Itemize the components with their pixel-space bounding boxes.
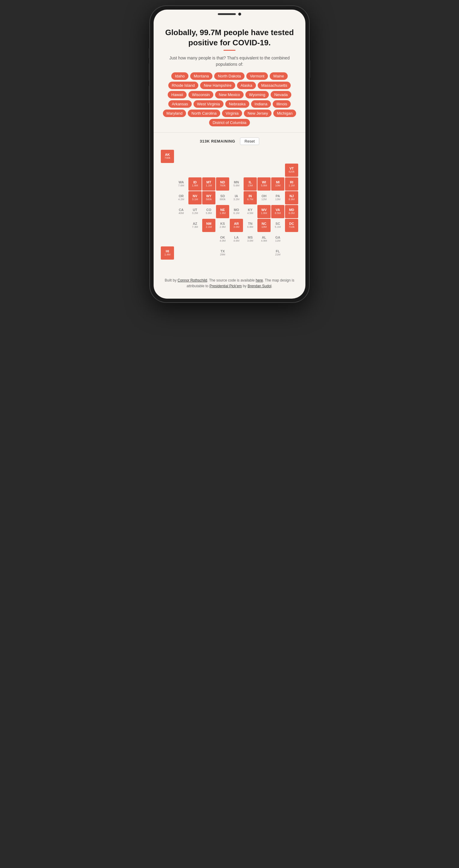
state-cell-sd[interactable]: SD880k	[216, 191, 229, 205]
source-link[interactable]: here	[256, 278, 263, 282]
state-tag[interactable]: New Hampshire	[200, 82, 235, 89]
power-button	[309, 60, 310, 78]
state-tag[interactable]: Nevada	[271, 91, 291, 98]
state-cell-or[interactable]: OR4.2M	[174, 191, 188, 205]
reset-button[interactable]: Reset	[240, 137, 259, 145]
state-cell-nd[interactable]: ND760k	[216, 177, 229, 191]
state-pop: 3.2M	[233, 198, 239, 201]
state-tag[interactable]: Maine	[270, 72, 287, 80]
state-tag[interactable]: Wisconsin	[188, 91, 213, 98]
state-tag[interactable]: Wyoming	[245, 91, 269, 98]
state-abbr: LA	[234, 236, 239, 239]
state-cell-ar[interactable]: AR3.0M	[230, 219, 243, 232]
state-abbr: IN	[249, 194, 252, 198]
state-cell-nv[interactable]: NV3.1M	[188, 191, 202, 205]
state-tag[interactable]: North Carolina	[188, 110, 220, 117]
state-cell-ga[interactable]: GA11M	[271, 232, 285, 246]
state-pop: 5.6M	[233, 184, 239, 187]
state-abbr: MS	[248, 236, 253, 239]
state-cell-ks[interactable]: KS2.9M	[216, 219, 229, 232]
state-cell-va[interactable]: VA8.5M	[271, 205, 285, 218]
state-cell-ak[interactable]: AK730k	[161, 150, 174, 163]
state-cell-al[interactable]: AL4.9M	[257, 232, 271, 246]
state-tag[interactable]: New Mexico	[215, 91, 243, 98]
state-cell-co[interactable]: CO5.8M	[202, 205, 216, 218]
state-pop: 2.9M	[220, 226, 226, 229]
state-tag[interactable]: Virginia	[222, 110, 242, 117]
footer-text-end: .	[271, 284, 272, 288]
state-cell-mn[interactable]: MN5.6M	[230, 177, 243, 191]
state-tag[interactable]: Idaho	[171, 72, 188, 80]
state-tag[interactable]: District of Columbia	[209, 119, 250, 126]
state-cell-wv[interactable]: WV1.8M	[257, 205, 271, 218]
state-cell-mt[interactable]: MT1.1M	[202, 177, 216, 191]
state-cell-la[interactable]: LA4.6M	[230, 232, 243, 246]
state-cell-il[interactable]: IL13M	[243, 177, 257, 191]
attribution-link[interactable]: Presidential Pick'em	[209, 284, 242, 288]
state-cell-sc[interactable]: SC5.1M	[271, 219, 285, 232]
state-abbr: AL	[262, 236, 266, 239]
state-cell-az[interactable]: AZ7.3M	[188, 219, 202, 232]
screen-content: Globally, 99.7M people have tested posit…	[154, 10, 305, 299]
state-tag[interactable]: Massachusetts	[258, 82, 291, 89]
section-divider	[154, 132, 305, 133]
tags-container: IdahoMontanaNorth DakotaVermontMaineRhod…	[161, 72, 298, 126]
state-tag[interactable]: Indiana	[251, 100, 271, 108]
state-cell-ut[interactable]: UT3.2M	[188, 205, 202, 218]
state-cell-mi[interactable]: MI10M	[271, 177, 285, 191]
map-container: AK730kME1.3MVT620kNH1.4MWA7.6MID1.8MMT1.…	[161, 150, 298, 259]
state-cell-oh[interactable]: OH12M	[257, 191, 271, 205]
state-cell-dc[interactable]: DC710k	[285, 219, 298, 232]
state-cell-tn[interactable]: TN6.8M	[243, 219, 257, 232]
state-cell-ri[interactable]: RI1.1M	[285, 177, 298, 191]
state-tag[interactable]: Alaska	[237, 82, 256, 89]
state-cell-pa[interactable]: PA13M	[271, 191, 285, 205]
state-cell-wy[interactable]: WY580k	[202, 191, 216, 205]
state-cell-nm[interactable]: NM2.1M	[202, 219, 216, 232]
state-abbr: OK	[220, 236, 225, 239]
state-cell-ne[interactable]: NE1.9M	[216, 205, 229, 218]
state-abbr: NJ	[290, 194, 294, 198]
state-tag[interactable]: New Jersey	[244, 110, 271, 117]
state-cell-ia[interactable]: IA3.2M	[230, 191, 243, 205]
state-pop: 3.0M	[247, 240, 253, 243]
state-pop: 11M	[275, 240, 281, 243]
title-underline	[224, 50, 235, 51]
state-cell-ok[interactable]: OK4.0M	[216, 232, 229, 246]
state-cell-wa[interactable]: WA7.6M	[174, 177, 188, 191]
state-tag[interactable]: West Virginia	[194, 100, 224, 108]
state-cell-in[interactable]: IN6.7M	[243, 191, 257, 205]
state-cell-ky[interactable]: KY4.5M	[243, 205, 257, 218]
camera	[238, 12, 241, 16]
state-cell-nc[interactable]: NC10M	[257, 219, 271, 232]
state-tag[interactable]: North Dakota	[214, 72, 244, 80]
state-cell-ms[interactable]: MS3.0M	[243, 232, 257, 246]
state-tag[interactable]: Michigan	[273, 110, 296, 117]
state-pop: 5.1M	[275, 226, 281, 229]
state-tag[interactable]: Vermont	[246, 72, 268, 80]
state-abbr: NC	[262, 222, 266, 225]
state-cell-wi[interactable]: WI5.8M	[257, 177, 271, 191]
state-tag[interactable]: Rhode Island	[168, 82, 199, 89]
state-tag[interactable]: Montana	[190, 72, 213, 80]
state-cell-tx[interactable]: TX29M	[216, 246, 229, 259]
state-cell-id[interactable]: ID1.8M	[188, 177, 202, 191]
state-cell-fl[interactable]: FL21M	[271, 246, 285, 259]
state-tag[interactable]: Nebraska	[225, 100, 249, 108]
state-tag[interactable]: Illinois	[273, 100, 291, 108]
state-tag[interactable]: Maryland	[163, 110, 186, 117]
state-cell-nj[interactable]: NJ8.9M	[285, 191, 298, 205]
attribution-author-link[interactable]: Brendan Sudol	[248, 284, 271, 288]
state-cell-ca[interactable]: CA40M	[174, 205, 188, 218]
state-pop: 4.2M	[178, 198, 184, 201]
state-cell-vt[interactable]: VT620k	[285, 163, 298, 177]
author-link[interactable]: Connor Rothschild	[177, 278, 207, 282]
state-cell-mo[interactable]: MO6.1M	[230, 205, 243, 218]
state-tag[interactable]: Hawaii	[168, 91, 187, 98]
state-tag[interactable]: Arkansas	[168, 100, 192, 108]
state-cell-hi[interactable]: HI1.4M	[161, 246, 174, 259]
state-pop: 1.8M	[192, 184, 198, 187]
state-cell-md[interactable]: MD6.0M	[285, 205, 298, 218]
state-abbr: MT	[206, 180, 211, 184]
state-abbr: AK	[165, 153, 170, 156]
